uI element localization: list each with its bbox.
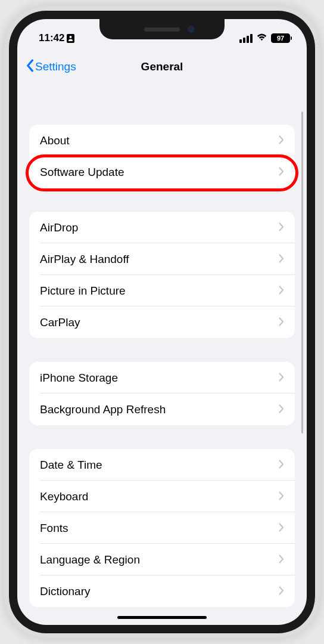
row-fonts[interactable]: Fonts (29, 512, 295, 544)
chevron-right-icon (279, 253, 284, 266)
wifi-icon (256, 32, 267, 44)
row-carplay[interactable]: CarPlay (29, 306, 295, 338)
row-label: Date & Time (40, 459, 102, 472)
cellular-signal-icon (239, 34, 253, 43)
chevron-right-icon (279, 166, 284, 179)
row-picture-in-picture[interactable]: Picture in Picture (29, 275, 295, 306)
row-dictionary[interactable]: Dictionary (29, 575, 295, 607)
chevron-right-icon (279, 403, 284, 416)
row-language-region[interactable]: Language & Region (29, 544, 295, 575)
row-date-time[interactable]: Date & Time (29, 449, 295, 481)
chevron-right-icon (279, 585, 284, 598)
section-locale: Date & Time Keyboard Fonts Language & Re… (29, 449, 295, 607)
row-label: Keyboard (40, 490, 88, 503)
chevron-right-icon (279, 371, 284, 385)
home-indicator[interactable] (117, 616, 207, 619)
chevron-right-icon (279, 284, 284, 298)
row-label: Background App Refresh (40, 403, 166, 416)
battery-percent: 97 (277, 35, 284, 42)
contact-card-icon (67, 34, 74, 43)
chevron-right-icon (279, 221, 284, 234)
row-label: CarPlay (40, 316, 80, 329)
chevron-right-icon (279, 522, 284, 535)
nav-bar: Settings General (17, 52, 307, 82)
row-label: Software Update (40, 166, 124, 179)
section-about: About Software Update (29, 125, 295, 188)
notch (99, 19, 225, 39)
status-left: 11:42 (39, 32, 74, 44)
back-label: Settings (35, 60, 76, 73)
row-label: iPhone Storage (40, 371, 118, 385)
row-label: AirDrop (40, 221, 78, 234)
row-label: AirPlay & Handoff (40, 253, 129, 266)
phone-border: 11:42 97 (9, 11, 315, 633)
chevron-left-icon (26, 59, 34, 75)
speaker-grille (144, 27, 180, 32)
row-label: Picture in Picture (40, 284, 126, 298)
section-storage: iPhone Storage Background App Refresh (29, 362, 295, 425)
phone-frame: 11:42 97 (4, 6, 320, 638)
row-label: About (40, 134, 70, 147)
row-label: Dictionary (40, 585, 90, 598)
chevron-right-icon (279, 553, 284, 566)
row-software-update[interactable]: Software Update (29, 156, 295, 188)
battery-icon: 97 (271, 33, 290, 43)
chevron-right-icon (279, 134, 284, 147)
row-airdrop[interactable]: AirDrop (29, 212, 295, 243)
row-label: Fonts (40, 522, 68, 535)
row-iphone-storage[interactable]: iPhone Storage (29, 362, 295, 394)
page-title: General (141, 60, 183, 73)
content-scroll[interactable]: About Software Update AirDrop AirPlay & (17, 82, 307, 625)
row-airplay-handoff[interactable]: AirPlay & Handoff (29, 243, 295, 275)
front-camera (188, 26, 195, 33)
status-time: 11:42 (39, 32, 64, 44)
row-label: Language & Region (40, 553, 140, 566)
section-airdrop: AirDrop AirPlay & Handoff Picture in Pic… (29, 212, 295, 338)
row-keyboard[interactable]: Keyboard (29, 481, 295, 512)
chevron-right-icon (279, 490, 284, 503)
back-button[interactable]: Settings (26, 59, 76, 75)
row-about[interactable]: About (29, 125, 295, 156)
status-right: 97 (239, 32, 290, 44)
row-background-app-refresh[interactable]: Background App Refresh (29, 394, 295, 425)
chevron-right-icon (279, 316, 284, 329)
scroll-indicator[interactable] (301, 112, 303, 434)
screen: 11:42 97 (17, 19, 307, 625)
chevron-right-icon (279, 459, 284, 472)
svg-point-0 (70, 36, 72, 38)
